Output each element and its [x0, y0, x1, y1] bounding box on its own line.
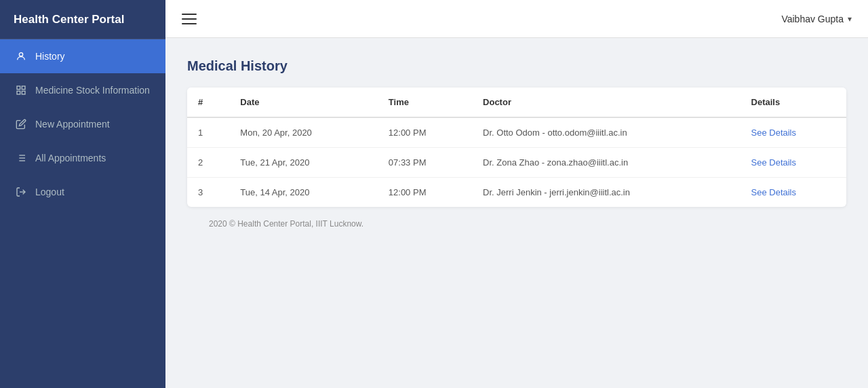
sidebar-item-history[interactable]: History: [0, 39, 165, 73]
cell-date: Tue, 21 Apr, 2020: [229, 148, 377, 178]
page-title: Medical History: [187, 58, 846, 74]
cell-details: See Details: [741, 178, 846, 208]
cell-time: 07:33 PM: [378, 148, 472, 178]
cell-doctor: Dr. Zona Zhao - zona.zhao@iiitl.ac.in: [472, 148, 740, 178]
sidebar-item-logout-label: Logout: [35, 187, 64, 197]
history-table: # Date Time Doctor Details 1Mon, 20 Apr,…: [187, 88, 846, 207]
cell-num: 3: [187, 178, 229, 208]
cell-details: See Details: [741, 148, 846, 178]
hamburger-line-2: [182, 18, 197, 20]
sidebar-title: Health Center Portal: [0, 0, 165, 39]
col-header-time: Time: [378, 88, 472, 117]
cell-date: Tue, 14 Apr, 2020: [229, 178, 377, 208]
history-table-card: # Date Time Doctor Details 1Mon, 20 Apr,…: [187, 88, 846, 207]
power-icon: [15, 186, 27, 198]
table-row: 1Mon, 20 Apr, 202012:00 PMDr. Otto Odom …: [187, 117, 846, 148]
table-body: 1Mon, 20 Apr, 202012:00 PMDr. Otto Odom …: [187, 117, 846, 207]
grid-icon: [15, 84, 27, 96]
cell-details: See Details: [741, 117, 846, 148]
content-area: Medical History # Date Time Doctor Detai…: [165, 38, 868, 388]
see-details-link[interactable]: See Details: [751, 157, 796, 168]
sidebar-item-logout[interactable]: Logout: [0, 175, 165, 209]
hamburger-button[interactable]: [182, 14, 197, 24]
sidebar-item-all-appointments-label: All Appointments: [35, 153, 106, 163]
cell-num: 2: [187, 148, 229, 178]
svg-rect-4: [22, 91, 25, 94]
person-icon: [15, 50, 27, 62]
chevron-down-icon: ▾: [848, 14, 852, 24]
sidebar-item-new-appointment-label: New Appointment: [35, 119, 110, 130]
sidebar-item-new-appointment[interactable]: New Appointment: [0, 107, 165, 141]
cell-doctor: Dr. Otto Odom - otto.odom@iiitl.ac.in: [472, 117, 740, 148]
cell-time: 12:00 PM: [378, 178, 472, 208]
col-header-details: Details: [741, 88, 846, 117]
table-row: 3Tue, 14 Apr, 202012:00 PMDr. Jerri Jenk…: [187, 178, 846, 208]
topbar: Vaibhav Gupta ▾: [165, 0, 868, 38]
see-details-link[interactable]: See Details: [751, 187, 796, 197]
sidebar-item-all-appointments[interactable]: All Appointments: [0, 141, 165, 175]
main-area: Vaibhav Gupta ▾ Medical History # Date T…: [165, 0, 868, 388]
sidebar-item-medicine[interactable]: Medicine Stock Information: [0, 73, 165, 107]
footer: 2020 © Health Center Portal, IIIT Luckno…: [187, 207, 846, 241]
cell-doctor: Dr. Jerri Jenkin - jerri.jenkin@iiitl.ac…: [472, 178, 740, 208]
cell-date: Mon, 20 Apr, 2020: [229, 117, 377, 148]
col-header-date: Date: [229, 88, 377, 117]
col-header-doctor: Doctor: [472, 88, 740, 117]
edit-icon: [15, 118, 27, 130]
table-row: 2Tue, 21 Apr, 202007:33 PMDr. Zona Zhao …: [187, 148, 846, 178]
svg-rect-1: [17, 86, 20, 90]
footer-text: 2020 © Health Center Portal, IIIT Luckno…: [209, 219, 363, 229]
list-icon: [15, 152, 27, 164]
svg-rect-3: [17, 91, 20, 94]
sidebar: Health Center Portal History Medicine St…: [0, 0, 165, 388]
sidebar-item-medicine-label: Medicine Stock Information: [35, 85, 150, 96]
sidebar-item-history-label: History: [35, 51, 65, 62]
user-menu[interactable]: Vaibhav Gupta ▾: [781, 14, 852, 24]
hamburger-line-1: [182, 14, 197, 15]
cell-num: 1: [187, 117, 229, 148]
see-details-link[interactable]: See Details: [751, 128, 796, 138]
svg-point-0: [19, 53, 22, 56]
hamburger-line-3: [182, 23, 197, 24]
user-name: Vaibhav Gupta: [781, 14, 844, 24]
svg-rect-2: [22, 86, 25, 90]
cell-time: 12:00 PM: [378, 117, 472, 148]
table-header-row: # Date Time Doctor Details: [187, 88, 846, 117]
col-header-num: #: [187, 88, 229, 117]
